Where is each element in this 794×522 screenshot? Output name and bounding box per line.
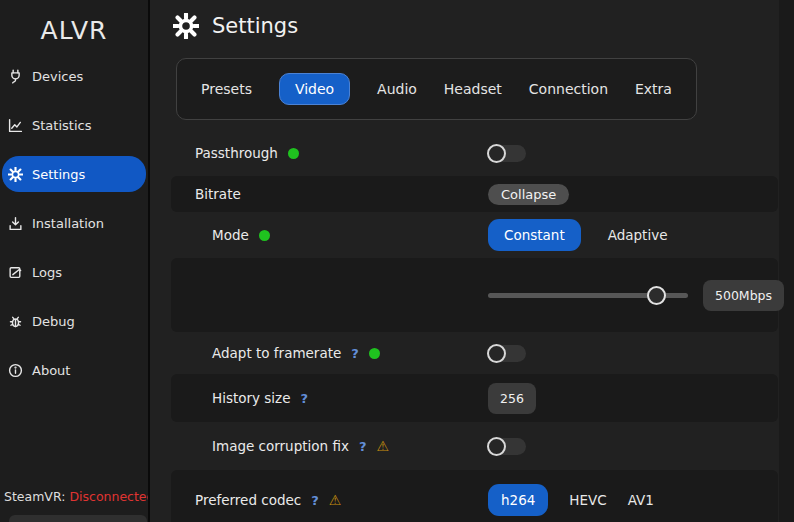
toggle-knob — [487, 344, 506, 363]
setting-row-passthrough: Passthrough — [171, 130, 778, 176]
setting-row-image-corruption-fix: Image corruption fix ? ⚠ — [171, 422, 778, 470]
sidebar-nav: Devices Statistics Settings Installation — [0, 58, 148, 388]
app-title: ALVR — [0, 13, 148, 49]
gear-icon — [173, 13, 199, 39]
modified-dot-icon — [259, 230, 270, 241]
help-icon[interactable]: ? — [351, 346, 359, 361]
sidebar-item-devices[interactable]: Devices — [2, 58, 146, 94]
setting-label: Passthrough — [195, 145, 278, 161]
warning-icon: ⚠ — [329, 492, 342, 508]
bitrate-slider[interactable] — [488, 293, 688, 298]
page-header: Settings — [173, 13, 298, 39]
collapse-button[interactable]: Collapse — [488, 184, 569, 205]
sidebar-item-logs[interactable]: Logs — [2, 254, 146, 290]
sidebar-item-label: Statistics — [32, 118, 91, 133]
setting-label: Adapt to framerate — [212, 345, 341, 361]
tab-presets[interactable]: Presets — [201, 81, 252, 97]
about-icon — [8, 363, 23, 378]
setting-row-history-size: History size ? 256 — [171, 374, 778, 422]
setting-row-mode: Mode Constant Adaptive — [171, 212, 778, 258]
sidebar-item-settings[interactable]: Settings — [2, 156, 146, 192]
help-icon[interactable]: ? — [311, 493, 319, 508]
tab-audio[interactable]: Audio — [377, 81, 417, 97]
tab-video[interactable]: Video — [279, 73, 350, 105]
setting-row-bitrate-slider: 500Mbps — [171, 258, 778, 332]
sidebar-item-label: Settings — [32, 167, 85, 182]
steamvr-label: SteamVR: — [4, 489, 65, 504]
setting-label: Bitrate — [195, 186, 241, 202]
modified-dot-icon — [288, 148, 299, 159]
sidebar-item-label: Installation — [32, 216, 104, 231]
toggle-knob — [487, 144, 506, 163]
sidebar-item-about[interactable]: About — [2, 352, 146, 388]
slider-thumb[interactable] — [647, 286, 666, 305]
scrollbar-gutter — [779, 0, 794, 522]
sidebar-item-installation[interactable]: Installation — [2, 205, 146, 241]
debug-icon — [8, 314, 23, 329]
toggle-knob — [487, 437, 506, 456]
sidebar-item-label: Devices — [32, 69, 83, 84]
steamvr-status-value: Disconnected — [69, 489, 150, 504]
settings-tabbar: Presets Video Audio Headset Connection E… — [176, 58, 697, 120]
devices-icon — [8, 69, 23, 84]
tab-headset[interactable]: Headset — [444, 81, 502, 97]
logs-icon — [8, 265, 23, 280]
tab-extra[interactable]: Extra — [635, 81, 672, 97]
restart-steamvr-button-partial[interactable] — [9, 515, 147, 522]
warning-icon: ⚠ — [376, 438, 389, 454]
bitrate-value[interactable]: 500Mbps — [703, 280, 784, 311]
mode-option-constant[interactable]: Constant — [488, 219, 581, 251]
setting-label: Mode — [212, 227, 249, 243]
settings-panel: Settings Presets Video Audio Headset Con… — [152, 0, 794, 522]
settings-rows: Passthrough Bitrate Collapse Mode Const — [152, 130, 778, 522]
page-title: Settings — [212, 14, 298, 38]
setting-label: Image corruption fix — [212, 438, 349, 454]
mode-option-adaptive[interactable]: Adaptive — [608, 227, 668, 243]
sidebar-item-debug[interactable]: Debug — [2, 303, 146, 339]
sidebar-item-statistics[interactable]: Statistics — [2, 107, 146, 143]
modified-dot-icon — [369, 348, 380, 359]
history-size-value[interactable]: 256 — [488, 383, 536, 414]
sidebar-item-label: Logs — [32, 265, 62, 280]
help-icon[interactable]: ? — [301, 391, 309, 406]
setting-row-preferred-codec: Preferred codec ? ⚠ h264 HEVC AV1 — [171, 470, 778, 522]
sidebar-item-label: Debug — [32, 314, 75, 329]
sidebar-item-label: About — [32, 363, 70, 378]
setting-label: History size — [212, 390, 291, 406]
settings-icon — [8, 167, 23, 182]
tab-connection[interactable]: Connection — [529, 81, 608, 97]
setting-label: Preferred codec — [195, 492, 301, 508]
setting-row-bitrate: Bitrate Collapse — [171, 176, 778, 212]
setting-row-adapt-to-framerate: Adapt to framerate ? — [171, 332, 778, 374]
passthrough-toggle[interactable] — [488, 145, 526, 162]
adapt-to-framerate-toggle[interactable] — [488, 345, 526, 362]
statistics-icon — [8, 118, 23, 133]
installation-icon — [8, 216, 23, 231]
codec-option-hevc[interactable]: HEVC — [569, 492, 606, 508]
codec-option-h264[interactable]: h264 — [488, 484, 548, 516]
steamvr-status: SteamVR: Disconnected — [4, 489, 150, 504]
codec-option-av1[interactable]: AV1 — [628, 492, 654, 508]
image-corruption-fix-toggle[interactable] — [488, 438, 526, 455]
help-icon[interactable]: ? — [359, 439, 367, 454]
sidebar: ALVR Devices Statistics Settings — [0, 0, 150, 522]
